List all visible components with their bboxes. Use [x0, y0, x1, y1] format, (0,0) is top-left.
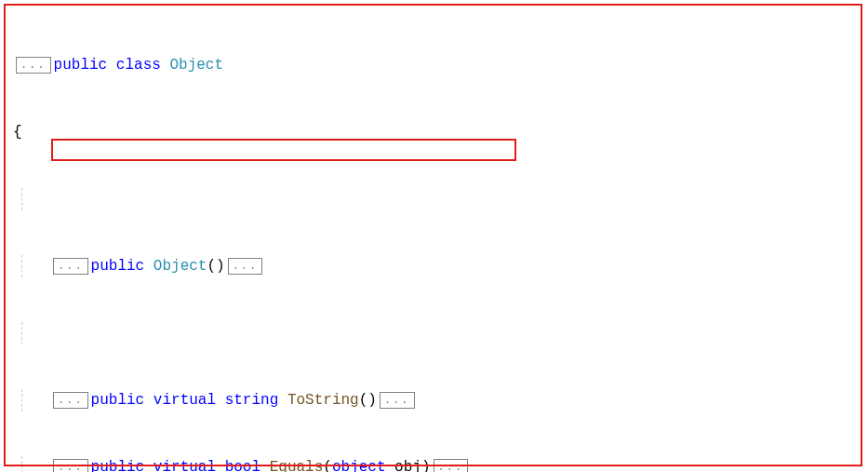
indent-guide [21, 255, 22, 277]
fold-icon[interactable] [53, 392, 88, 409]
line-blank [13, 188, 855, 210]
line-open-brace: { [13, 121, 855, 143]
code-editor-viewport: public class Object { public Object() pu… [0, 0, 868, 472]
line-blank [13, 322, 855, 344]
fold-icon[interactable] [53, 459, 88, 472]
method-tostring: ToString [287, 389, 359, 411]
brace-open: { [13, 121, 22, 143]
fold-icon[interactable] [380, 392, 415, 409]
code-block: public class Object { public Object() pu… [13, 9, 855, 472]
line-tostring: public virtual string ToString() [13, 389, 855, 411]
fold-icon[interactable] [16, 57, 51, 74]
line-class-decl: public class Object [13, 54, 855, 76]
kw-class: class [116, 54, 161, 76]
type-object: Object [169, 54, 223, 76]
indent-guide [21, 322, 22, 344]
fold-icon[interactable] [53, 258, 88, 275]
line-ctor: public Object() [13, 255, 855, 277]
line-equals-virtual: public virtual bool Equals(object obj) [13, 456, 855, 472]
indent-guide [21, 389, 22, 411]
fold-icon[interactable] [228, 258, 263, 275]
indent-guide [21, 456, 22, 472]
indent-guide [21, 188, 22, 210]
fold-icon[interactable] [434, 459, 469, 472]
method-equals: Equals [270, 456, 324, 472]
kw-public: public [54, 54, 108, 76]
